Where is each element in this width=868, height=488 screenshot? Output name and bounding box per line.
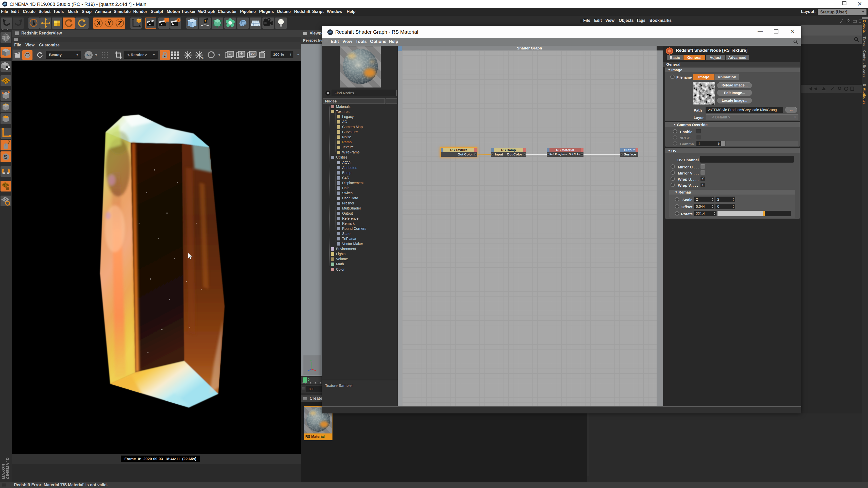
svg-text:PV: PV [250, 53, 254, 56]
svg-text:Y: Y [310, 360, 312, 362]
svg-text:X: X [96, 19, 101, 27]
svg-text:G: G [202, 56, 204, 60]
svg-text:Z: Z [118, 19, 122, 27]
svg-text:S: S [4, 154, 8, 160]
svg-text:Y: Y [107, 19, 112, 27]
